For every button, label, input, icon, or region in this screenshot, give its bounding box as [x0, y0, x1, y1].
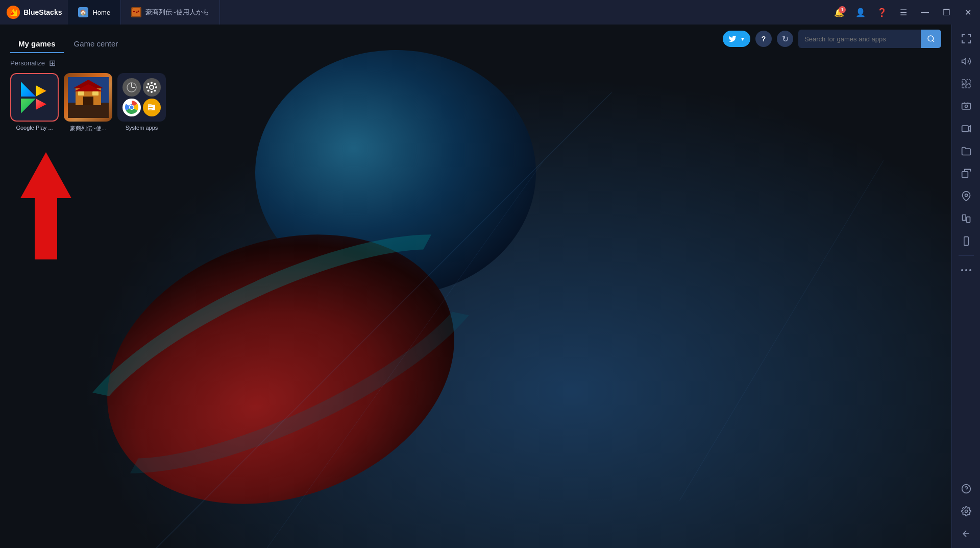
content-area: My games Game center ▼ ? ↻ — [0, 25, 951, 548]
merchant-game-art — [68, 77, 109, 118]
sidebar-divider — [959, 255, 974, 256]
titlebar-help-button[interactable]: ❓ — [872, 2, 892, 22]
record-button[interactable] — [956, 118, 976, 139]
notification-button[interactable]: 🔔 1 — [829, 2, 849, 22]
svg-point-8 — [136, 12, 138, 13]
search-button[interactable] — [921, 30, 941, 48]
menu-button[interactable]: ☰ — [893, 2, 914, 22]
system-settings-subicon — [122, 78, 141, 97]
tab-game-center[interactable]: Game center — [66, 35, 127, 53]
svg-point-38 — [155, 86, 157, 88]
game-icon-merchant[interactable]: 豪商列伝~使... — [64, 73, 112, 132]
sidebar-settings-button[interactable] — [956, 501, 976, 521]
restore-button[interactable]: ❐ — [936, 2, 957, 22]
files-button[interactable] — [956, 141, 976, 161]
svg-rect-57 — [962, 84, 966, 88]
svg-point-69 — [961, 269, 963, 271]
google-play-triangle-icon — [17, 80, 53, 115]
twitter-button[interactable]: ▼ — [723, 31, 750, 47]
system-gear-subicon — [143, 78, 161, 97]
back-button[interactable] — [956, 523, 976, 544]
selection-button[interactable] — [956, 74, 976, 94]
svg-point-39 — [148, 83, 150, 85]
multi-instance-button[interactable] — [956, 163, 976, 184]
system-apps-icon-box — [117, 73, 166, 122]
games-area: Personalize ⊞ — [0, 53, 951, 137]
game-icons-row: Google Play ... — [10, 73, 941, 132]
svg-marker-17 — [21, 99, 36, 113]
help-button[interactable]: ? — [755, 31, 772, 47]
svg-rect-52 — [149, 107, 153, 108]
tab-home[interactable]: 🏠 Home — [68, 0, 121, 25]
svg-point-47 — [130, 106, 133, 109]
search-container — [798, 30, 941, 48]
notification-badge: 🔔 1 — [834, 8, 844, 17]
minimize-button[interactable]: — — [915, 2, 935, 22]
annotation-arrow — [15, 142, 77, 261]
app-logo: BlueStacks — [0, 5, 68, 19]
svg-point-35 — [151, 82, 153, 84]
personalize-grid-icon[interactable]: ⊞ — [49, 58, 56, 68]
svg-marker-16 — [21, 82, 36, 97]
svg-rect-27 — [78, 91, 84, 96]
tab-game[interactable]: 豪商列伝~使用人から — [121, 0, 220, 25]
game-center-label: Game center — [74, 39, 118, 48]
sidebar-help-button[interactable] — [956, 479, 976, 499]
svg-rect-12 — [35, 193, 57, 259]
volume-button[interactable] — [956, 51, 976, 72]
svg-rect-55 — [962, 80, 966, 83]
svg-marker-13 — [20, 152, 71, 198]
svg-rect-53 — [149, 109, 152, 110]
svg-rect-65 — [962, 215, 966, 221]
svg-point-36 — [151, 91, 153, 93]
svg-point-71 — [969, 269, 971, 271]
twitter-chevron-icon: ▼ — [740, 36, 745, 42]
close-button[interactable]: ✕ — [958, 2, 978, 22]
merchant-label: 豪商列伝~使... — [65, 125, 111, 132]
svg-line-10 — [204, 160, 544, 548]
svg-line-9 — [136, 92, 611, 548]
personalize-row: Personalize ⊞ — [10, 58, 941, 68]
account-button[interactable]: 👤 — [850, 2, 871, 22]
nav-tabs: My games Game center — [10, 25, 126, 53]
refresh-button[interactable]: ↻ — [777, 31, 793, 47]
tab-my-games[interactable]: My games — [10, 35, 64, 53]
location-button[interactable] — [956, 186, 976, 206]
merchant-icon-box — [64, 73, 112, 122]
game-icon-google-play[interactable]: Google Play ... — [10, 73, 59, 131]
app-name: BlueStacks — [23, 8, 62, 16]
svg-rect-67 — [964, 237, 968, 246]
system-chrome-subicon — [122, 99, 141, 117]
svg-point-70 — [965, 269, 967, 271]
search-input[interactable] — [798, 31, 921, 47]
game-icon-system-apps[interactable]: System apps — [117, 73, 166, 131]
my-games-label: My games — [18, 39, 56, 48]
more-button[interactable] — [956, 260, 976, 280]
svg-rect-28 — [92, 91, 99, 96]
svg-point-60 — [965, 105, 967, 108]
search-icon — [927, 35, 935, 43]
titlebar: BlueStacks 🏠 Home 豪商列伝~使用人から 🔔 1 👤 — [0, 0, 980, 25]
right-sidebar — [951, 25, 980, 548]
rotate-button[interactable] — [956, 208, 976, 229]
fullscreen-button[interactable] — [956, 29, 976, 49]
phone-button[interactable] — [956, 231, 976, 251]
svg-rect-56 — [967, 80, 970, 83]
svg-point-41 — [148, 89, 150, 91]
window-controls: 🔔 1 👤 ❓ ☰ — ❐ ✕ — [829, 2, 980, 22]
system-apps-label: System apps — [119, 125, 165, 131]
tab-game-label: 豪商列伝~使用人から — [145, 8, 209, 17]
game-tab-icon — [131, 7, 141, 17]
google-play-label: Google Play ... — [12, 125, 58, 131]
svg-rect-51 — [148, 104, 152, 106]
svg-point-42 — [154, 83, 156, 85]
google-play-icon-box — [10, 73, 59, 122]
screenshot-button[interactable] — [956, 96, 976, 116]
main-wrapper: My games Game center ▼ ? ↻ — [0, 25, 980, 548]
svg-line-15 — [933, 40, 934, 42]
svg-marker-18 — [36, 85, 46, 97]
svg-point-7 — [138, 11, 139, 12]
svg-marker-54 — [962, 58, 966, 64]
svg-rect-61 — [962, 126, 968, 132]
svg-rect-26 — [83, 97, 93, 105]
